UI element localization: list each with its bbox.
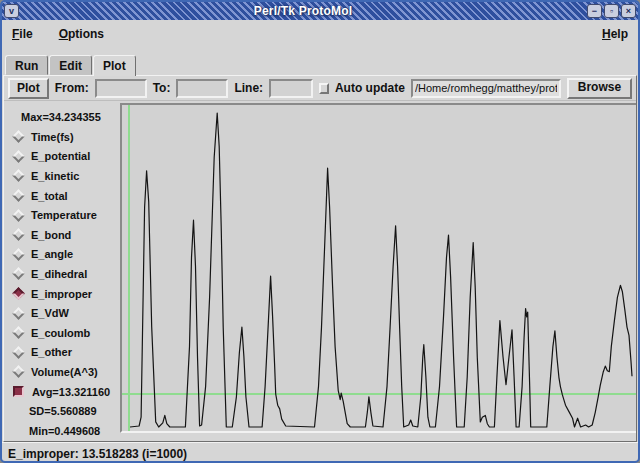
sidebar-item-e-vdw[interactable]: E_VdW [4,303,120,323]
sidebar-item-label: Time(fs) [31,131,74,143]
sidebar-item-label: E_improper [31,288,92,300]
sidebar-items: Time(fs)E_potentialE_kineticE_totalTempe… [4,127,120,382]
sidebar-item-label: E_bond [31,229,71,241]
line-label: Line: [234,81,263,95]
sidebar-item-e-angle[interactable]: E_angle [4,245,120,265]
auto-update-checkbox[interactable] [319,83,329,94]
status-bar: E_improper: 13.518283 (i=1000) [2,442,638,463]
sidebar-item-label: E_potential [31,150,90,162]
radio-diamond-icon [12,150,25,163]
radio-diamond-icon [12,170,25,183]
sidebar-item-time-fs-[interactable]: Time(fs) [4,127,120,147]
to-label: To: [153,81,171,95]
sidebar-item-label: E_other [31,346,72,358]
avg-value-label: Avg=13.321160 [32,386,110,398]
plot-frame [120,103,636,433]
sidebar-item-e-other[interactable]: E_other [4,343,120,363]
min-row: Min=0.449608 [4,421,120,441]
sidebar-item-e-improper[interactable]: E_improper [4,284,120,304]
plot-button[interactable]: Plot [8,78,49,99]
from-label: From: [55,81,89,95]
plot-wrap [120,101,636,441]
browse-button[interactable]: Browse ... [567,78,632,99]
sidebar-item-e-total[interactable]: E_total [4,186,120,206]
radio-diamond-icon [12,307,25,320]
tab-plot[interactable]: Plot [93,55,136,76]
radio-diamond-icon [12,228,25,241]
sidebar-item-label: E_coulomb [31,327,90,339]
file-path-input[interactable] [411,79,561,98]
radio-diamond-icon [12,326,25,339]
min-value-label: Min=0.449608 [29,425,100,437]
radio-diamond-icon [12,209,25,222]
tab-edit[interactable]: Edit [49,55,92,75]
menu-options[interactable]: Options [59,27,104,41]
sidebar-item-label: Temperature [31,209,97,221]
max-value-label: Max=34.234355 [4,106,120,127]
radio-diamond-icon [12,346,25,359]
to-input[interactable] [176,79,228,98]
sidebar-item-e-potential[interactable]: E_potential [4,147,120,167]
series-sidebar: Max=34.234355 Time(fs)E_potentialE_kinet… [4,101,120,441]
from-input[interactable] [95,79,147,98]
main-area: Max=34.234355 Time(fs)E_potentialE_kinet… [4,101,636,441]
auto-update-label: Auto update [335,81,405,95]
avg-checkbox-icon [13,386,24,397]
window-title: Perl/Tk ProtoMol [21,4,585,18]
maximize-button[interactable]: ▫ [604,4,619,18]
plot-toolbar: Plot From: To: Line: Auto update Browse … [4,76,636,101]
sidebar-item-label: E_kinetic [31,170,79,182]
sidebar-item-label: E_VdW [31,307,69,319]
menu-bar: File Options Help [2,20,638,54]
status-text: E_improper: 13.518283 (i=1000) [8,447,187,461]
avg-toggle-row[interactable]: Avg=13.321160 [4,382,120,402]
sd-row: SD=5.560889 [4,401,120,421]
sidebar-item-e-bond[interactable]: E_bond [4,225,120,245]
tab-run[interactable]: Run [5,55,48,75]
plot-page: Plot From: To: Line: Auto update Browse … [3,75,637,442]
sidebar-item-label: E_angle [31,248,73,260]
radio-diamond-icon [12,287,25,300]
close-button[interactable]: × [621,4,636,18]
menu-file[interactable]: File [12,27,33,41]
sidebar-item-label: E_total [31,190,68,202]
window-menu-button[interactable]: v [4,4,19,18]
radio-diamond-icon [12,189,25,202]
sidebar-item-e-coulomb[interactable]: E_coulomb [4,323,120,343]
radio-diamond-icon [12,130,25,143]
sidebar-item-e-dihedral[interactable]: E_dihedral [4,264,120,284]
app-window: v Perl/Tk ProtoMol − ▫ × File Options He… [0,0,640,463]
sidebar-item-volume-a-3-[interactable]: Volume(A^3) [4,362,120,382]
plot-canvas[interactable] [122,105,636,431]
series-curve-e_improper [130,113,632,427]
radio-diamond-icon [12,248,25,261]
radio-diamond-icon [12,268,25,281]
radio-diamond-icon [12,366,25,379]
sidebar-item-temperature[interactable]: Temperature [4,205,120,225]
line-input[interactable] [269,79,313,98]
menu-help[interactable]: Help [602,27,628,41]
sidebar-item-label: E_dihedral [31,268,87,280]
tab-bar: Run Edit Plot [2,54,638,75]
sidebar-item-e-kinetic[interactable]: E_kinetic [4,166,120,186]
minimize-button[interactable]: − [587,4,602,18]
title-bar: v Perl/Tk ProtoMol − ▫ × [2,2,638,20]
sidebar-item-label: Volume(A^3) [31,366,98,378]
sd-value-label: SD=5.560889 [29,405,97,417]
